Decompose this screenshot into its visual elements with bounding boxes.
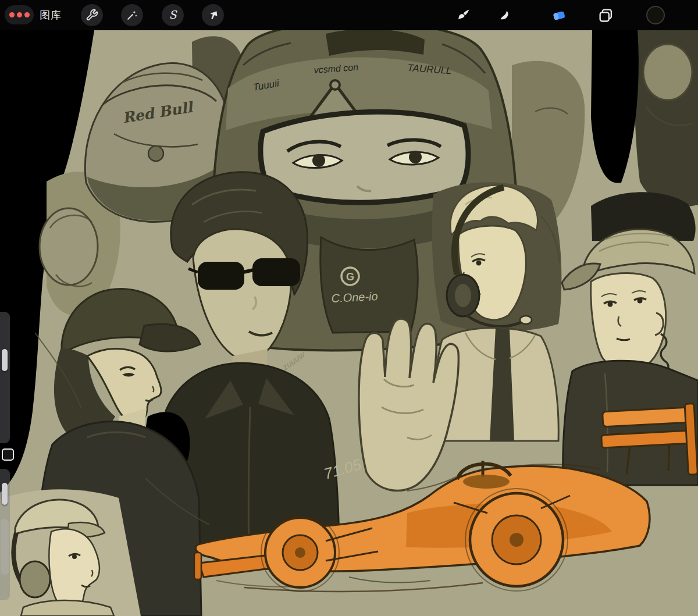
modify-button[interactable] xyxy=(2,448,14,461)
transform-button[interactable] xyxy=(202,4,224,26)
window-dot-icon xyxy=(9,12,15,17)
artwork-scribble: C.One-io xyxy=(331,290,378,305)
window-dot-icon xyxy=(17,12,22,17)
canvas[interactable]: Red Bull Tuuuii vc xyxy=(0,30,698,616)
paintbrush-icon xyxy=(456,8,471,23)
artwork-suit-logo: G xyxy=(346,271,354,283)
brush-size-handle[interactable] xyxy=(2,349,8,371)
selection-button[interactable]: S xyxy=(162,4,184,26)
transform-arrow-icon xyxy=(206,9,219,22)
color-swatch-button[interactable] xyxy=(644,3,667,27)
window-dot-icon xyxy=(24,12,30,17)
actions-button[interactable] xyxy=(81,4,103,26)
app-window: 图库 S xyxy=(0,0,698,616)
canvas-artwork: Red Bull Tuuuii vc xyxy=(0,30,698,616)
selection-s-icon: S xyxy=(166,8,180,22)
brush-opacity-slider[interactable] xyxy=(0,469,10,600)
erase-tool-button[interactable] xyxy=(547,3,571,27)
layers-icon xyxy=(597,7,614,23)
wrench-icon xyxy=(86,9,98,22)
brush-opacity-handle[interactable] xyxy=(2,483,8,505)
smudge-tool-button[interactable] xyxy=(493,3,516,27)
artwork-kid xyxy=(0,489,141,616)
adjustments-button[interactable] xyxy=(121,4,143,26)
layers-button[interactable] xyxy=(594,3,617,27)
opacity-track-glow xyxy=(1,519,9,575)
eraser-icon xyxy=(550,6,568,24)
color-swatch-icon xyxy=(646,5,665,25)
window-controls[interactable] xyxy=(5,5,34,24)
brush-sidebar xyxy=(0,0,17,616)
brush-size-slider[interactable] xyxy=(0,312,10,443)
paint-tool-button[interactable] xyxy=(452,3,475,27)
toolbar: 图库 S xyxy=(0,0,698,30)
magic-wand-icon xyxy=(126,9,138,22)
svg-text:S: S xyxy=(169,8,177,21)
smudge-icon xyxy=(497,8,512,23)
gallery-button[interactable]: 图库 xyxy=(40,0,62,30)
